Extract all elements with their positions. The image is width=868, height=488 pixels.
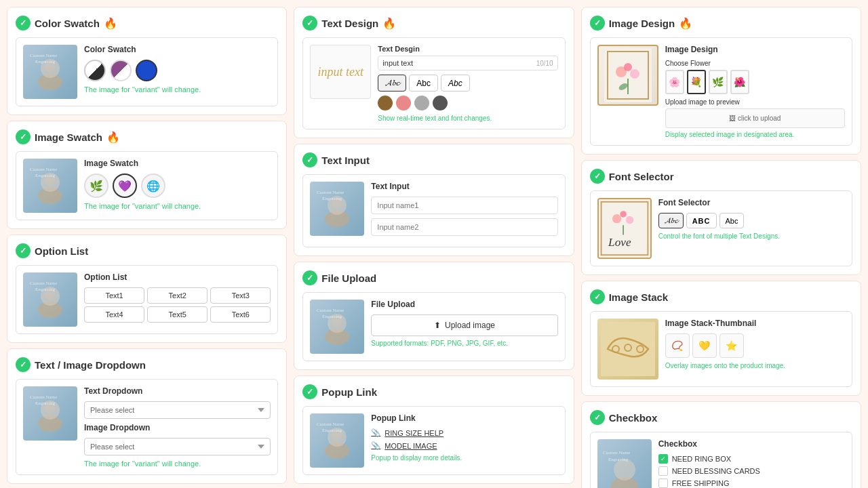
font-opt-2[interactable]: ABC	[686, 213, 717, 228]
font-selector-section: ✓ Font Selector Love Font Sel	[581, 160, 861, 275]
color-swatch-product-image	[23, 45, 77, 99]
image-dropdown-select[interactable]: Please select	[84, 438, 271, 455]
dropdown-product-image	[23, 386, 77, 441]
popup-link-product-image	[310, 413, 364, 468]
font-btn-script[interactable]: 𝓐𝓫𝓬	[378, 75, 406, 92]
check-icon-10: ✓	[590, 169, 605, 184]
dropdown-change-text: The image for "variant" will change.	[84, 460, 271, 468]
image-swatches-row: 🌿 💜 🌐	[84, 174, 271, 198]
stack-thumb-1[interactable]: 📿	[665, 333, 690, 358]
popup-link-ring-size[interactable]: 📎 RING SIZE HELP	[371, 428, 557, 437]
checkbox-free-shipping[interactable]	[658, 479, 668, 488]
dropdown-content: Text Dropdown Please select Image Dropdo…	[84, 386, 271, 468]
option-btn-4[interactable]: Text4	[84, 306, 144, 323]
file-upload-title: ✓ File Upload	[302, 270, 565, 285]
text-input-card: Text Input	[302, 174, 565, 247]
text-design-input-row: input text 10/10	[378, 56, 557, 70]
flower-opt-2[interactable]: 💐	[687, 70, 706, 94]
flower-opt-3[interactable]: 🌿	[709, 70, 728, 94]
image-stack-card: Image Stack-Thumbnail 📿 💛 ⭐ Overlay imag…	[590, 311, 852, 387]
display-image-text: Display selected image in designated are…	[665, 131, 845, 138]
image-design-section: ✓ Image Design 🔥 Im	[581, 7, 861, 155]
image-swatch-item-1[interactable]: 🌿	[84, 174, 108, 198]
image-swatch-section: ✓ Image Swatch 🔥 Image Swatch 🌿 💜 🌐 The …	[7, 121, 287, 229]
option-btn-5[interactable]: Text5	[147, 306, 208, 323]
text-color-dark[interactable]	[433, 96, 448, 110]
color-swatches-row	[84, 60, 271, 81]
checkbox-need-blessing-cards[interactable]	[658, 466, 668, 476]
text-input-field-2[interactable]	[371, 218, 557, 236]
option-btn-2[interactable]: Text2	[147, 287, 208, 304]
image-swatch-card: Image Swatch 🌿 💜 🌐 The image for "varian…	[16, 151, 278, 220]
color-swatch-item-3[interactable]	[136, 60, 157, 81]
text-design-controls: Text Desgin input text 10/10 𝓐𝓫𝓬 Abc Abc	[378, 45, 557, 122]
checkbox-row-2: NEED BLESSING CARDS	[658, 466, 845, 476]
option-btn-3[interactable]: Text3	[210, 287, 271, 304]
font-btn-sans[interactable]: Abc	[409, 75, 438, 92]
text-input-field-1[interactable]	[371, 197, 557, 214]
text-color-pink[interactable]	[396, 96, 411, 110]
image-stack-preview	[597, 319, 658, 380]
text-color-row	[378, 96, 557, 110]
image-design-card: Image Design Choose Flower 🌸 💐 🌿 🌺 Uploa…	[590, 37, 852, 146]
check-icon-5: ✓	[302, 16, 317, 30]
check-icon-2: ✓	[16, 129, 31, 144]
color-swatch-item-1[interactable]	[84, 60, 106, 81]
option-btn-1[interactable]: Text1	[84, 287, 144, 304]
text-design-card: input text Text Desgin input text 10/10 …	[302, 37, 565, 129]
checkbox-title: ✓ Checkbox	[590, 410, 852, 425]
image-stack-label: Image Stack-Thumbnail	[665, 319, 845, 328]
check-icon-4: ✓	[16, 357, 31, 372]
option-list-section: ✓ Option List Option List Text1 Text2 Te…	[7, 235, 287, 343]
flower-options-row: 🌸 💐 🌿 🌺	[665, 70, 845, 94]
color-swatch-item-2[interactable]	[110, 60, 132, 81]
text-dropdown-label: Text Dropdown	[84, 386, 271, 396]
text-design-title: ✓ Text Design 🔥	[302, 16, 565, 30]
checkbox-row-1: ✓ NEED RING BOX	[658, 454, 845, 464]
text-input-content: Text Input	[371, 182, 557, 240]
checkbox-need-ring-box[interactable]: ✓	[658, 454, 668, 464]
image-design-product-image	[597, 45, 658, 106]
text-dropdown-select[interactable]: Please select	[84, 401, 271, 419]
checkbox-row-3: FREE SHIPPING	[658, 479, 845, 488]
upload-icon-2: 🖼	[729, 115, 736, 122]
fire-icon-2: 🔥	[106, 131, 120, 144]
file-upload-section: ✓ File Upload File Upload ⬆ Upload image…	[294, 262, 574, 370]
popup-link-label: Popup Link	[371, 413, 557, 423]
text-color-gray[interactable]	[414, 96, 429, 110]
flower-opt-1[interactable]: 🌸	[665, 70, 684, 94]
popup-link-model-image[interactable]: 📎 MODEL IMAGE	[371, 441, 557, 450]
option-btn-6[interactable]: Text6	[210, 306, 271, 323]
image-stack-title: ✓ Image Stack	[590, 289, 852, 304]
flower-opt-4[interactable]: 🌺	[730, 70, 749, 94]
checkbox-label: Checkbox	[658, 439, 845, 449]
popup-link-section: ✓ Popup Link Popup Link 📎 RING SIZE HELP…	[294, 375, 574, 484]
check-icon-7: ✓	[302, 270, 317, 285]
image-swatch-item-3[interactable]: 🌐	[141, 174, 165, 198]
checkbox-card: Checkbox ✓ NEED RING BOX NEED BLESSING C…	[590, 432, 852, 488]
text-input-title: ✓ Text Input	[302, 152, 565, 167]
image-swatch-title: ✓ Image Swatch 🔥	[16, 129, 278, 144]
popup-link-title: ✓ Popup Link	[302, 384, 565, 399]
font-opt-3[interactable]: Abc	[719, 213, 745, 228]
stack-thumb-3[interactable]: ⭐	[719, 333, 744, 358]
svg-rect-7	[598, 199, 650, 258]
font-opt-1[interactable]: 𝓐𝓫𝓬	[658, 213, 684, 228]
image-swatch-product-image	[23, 159, 77, 213]
fire-icon-4: 🔥	[679, 17, 692, 30]
upload-image-button[interactable]: ⬆ Upload image	[371, 314, 557, 336]
svg-point-4	[630, 69, 639, 79]
popup-link-desc: Popup to display more details.	[371, 454, 557, 462]
file-upload-label: File Upload	[371, 300, 557, 309]
image-swatch-item-2[interactable]: 💜	[113, 174, 137, 198]
svg-point-3	[624, 63, 632, 71]
text-design-preview: input text	[310, 45, 371, 99]
check-icon-3: ✓	[16, 243, 31, 258]
option-list-title: ✓ Option List	[16, 243, 278, 258]
text-color-brown[interactable]	[378, 96, 393, 110]
chain-svg	[601, 322, 655, 376]
click-to-upload-btn[interactable]: 🖼 click to upload	[665, 108, 845, 128]
font-btn-italic[interactable]: Abc	[441, 75, 470, 92]
stack-thumb-2[interactable]: 💛	[692, 333, 717, 358]
link-icon-2: 📎	[371, 441, 380, 450]
